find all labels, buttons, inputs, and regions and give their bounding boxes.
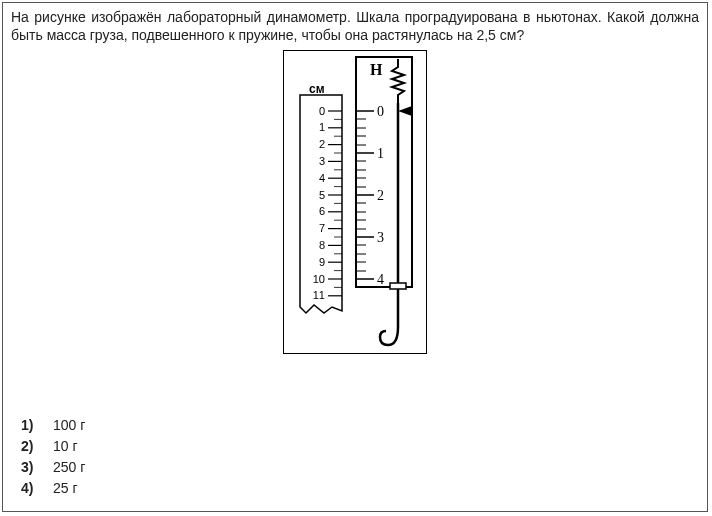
answer-text: 100 г (49, 417, 85, 433)
ruler-label-2: 2 (319, 138, 325, 150)
answer-option[interactable]: 4) 25 г (21, 480, 85, 496)
answer-option[interactable]: 2) 10 г (21, 438, 85, 454)
force-label-2: 2 (377, 188, 384, 203)
answer-number: 3) (21, 459, 49, 475)
figure-container: Н (3, 44, 707, 354)
answer-number: 1) (21, 417, 49, 433)
ruler-label-10: 10 (313, 273, 325, 285)
ruler-label-6: 6 (319, 205, 325, 217)
answer-text: 25 г (49, 480, 78, 496)
force-unit-label: Н (370, 61, 383, 78)
ruler-label-4: 4 (319, 172, 325, 184)
ruler-unit-label: см (309, 82, 325, 96)
ruler-label-11: 11 (313, 289, 325, 301)
ruler-label-8: 8 (319, 239, 325, 251)
answer-number: 2) (21, 438, 49, 454)
force-label-4: 4 (377, 272, 384, 287)
force-label-0: 0 (377, 104, 384, 119)
answer-text: 250 г (49, 459, 85, 475)
ruler-label-3: 3 (319, 155, 325, 167)
answer-number: 4) (21, 480, 49, 496)
page-frame: На рисунке изображён лабораторный динамо… (2, 2, 708, 512)
ruler-label-0: 0 (319, 105, 325, 117)
dynamometer-svg: Н (284, 51, 426, 353)
ruler-label-9: 9 (319, 256, 325, 268)
answer-option[interactable]: 1) 100 г (21, 417, 85, 433)
answer-option[interactable]: 3) 250 г (21, 459, 85, 475)
force-label-1: 1 (377, 146, 384, 161)
rod-opening (390, 283, 406, 289)
answers-block: 1) 100 г 2) 10 г 3) 250 г 4) 25 г (21, 412, 85, 501)
ruler-label-7: 7 (319, 222, 325, 234)
dynamometer-figure: Н (283, 50, 427, 354)
answer-text: 10 г (49, 438, 78, 454)
ruler-label-1: 1 (319, 121, 325, 133)
force-label-3: 3 (377, 230, 384, 245)
question-text: На рисунке изображён лабораторный динамо… (3, 3, 707, 44)
ruler-label-5: 5 (319, 189, 325, 201)
hook-icon (380, 327, 398, 345)
